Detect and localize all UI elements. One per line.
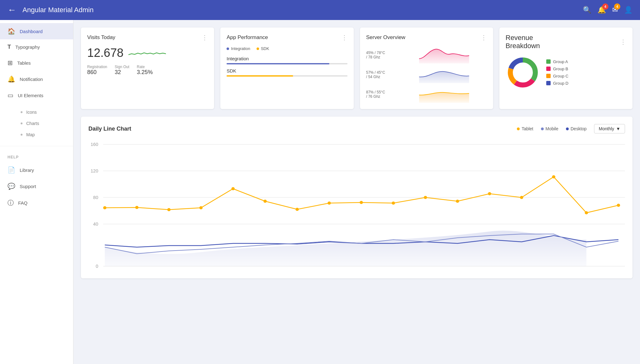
- server-overview-card: Server Overview ⋮ 45% / 78°C/ 78 Ghz: [360, 27, 493, 109]
- notification-icon: 🔔: [8, 75, 15, 83]
- notifications-badge: 4: [602, 3, 608, 10]
- registration-label: Registration: [87, 65, 107, 69]
- legend-tablet: Tablet: [517, 126, 533, 131]
- legend-group-b: Group B: [546, 67, 568, 71]
- ap-legend-sdk-label: SDK: [261, 46, 269, 51]
- sidebar-label-typography: Typography: [15, 44, 40, 50]
- revenue-content: Group A Group B Group C Group D: [506, 55, 626, 90]
- legend-label-d: Group D: [553, 81, 568, 86]
- sidebar-label-dashboard: Dashboard: [20, 29, 42, 34]
- server-label-1: 45% / 78°C/ 78 Ghz: [366, 51, 398, 59]
- server-card-header: Server Overview ⋮: [366, 34, 487, 41]
- sidebar-label-notification: Notification: [20, 77, 43, 82]
- ap-sdk-track: [227, 75, 347, 77]
- mobile-dot: [541, 127, 544, 130]
- server-menu-icon[interactable]: ⋮: [481, 34, 487, 41]
- desktop-dot: [566, 127, 569, 130]
- ui-elements-icon: ▭: [8, 92, 13, 99]
- registration-value: 860: [87, 69, 107, 76]
- sidebar-label-faq: FAQ: [18, 200, 28, 206]
- ap-card-header: App Performance ⋮: [227, 34, 347, 41]
- sidebar-item-tables[interactable]: ⊞ Tables: [0, 55, 73, 71]
- revenue-titles: Revenue Breakdown: [506, 34, 540, 50]
- sidebar-item-map[interactable]: Map: [16, 129, 73, 140]
- topbar: ← Angular Material Admin 🔍 🔔 4 ✉ 4 👤: [0, 0, 640, 20]
- notifications-icon-wrap[interactable]: 🔔 4: [598, 6, 606, 14]
- tablet-dot-6: [263, 200, 267, 203]
- search-icon[interactable]: 🔍: [583, 6, 591, 14]
- tablet-dot-16: [585, 211, 588, 214]
- sidebar-item-support[interactable]: 💬 Support: [0, 178, 73, 194]
- sidebar-item-typography[interactable]: T Typography: [0, 39, 73, 55]
- server-title: Server Overview: [366, 34, 406, 41]
- sidebar-submenu: Icons Charts Map: [0, 103, 73, 143]
- ap-integration-label: Integration: [227, 56, 347, 61]
- sign-out-stat: Sign Out 32: [115, 65, 129, 76]
- revenue-menu-icon[interactable]: ⋮: [620, 38, 626, 46]
- help-section-label: HELP: [0, 149, 73, 162]
- tables-icon: ⊞: [8, 59, 13, 67]
- sidebar-item-icons[interactable]: Icons: [16, 107, 73, 118]
- tablet-label: Tablet: [522, 126, 533, 131]
- mail-badge: 4: [614, 3, 620, 10]
- sign-out-label: Sign Out: [115, 65, 129, 69]
- legend-group-d: Group D: [546, 81, 568, 86]
- monthly-dropdown[interactable]: Monthly ▼: [594, 124, 625, 133]
- chart-title: Daily Line Chart: [88, 126, 131, 132]
- visits-stats: Registration 860 Sign Out 32 Rate 3.25%: [87, 65, 208, 76]
- legend-group-a: Group A: [546, 59, 568, 64]
- svg-text:120: 120: [91, 168, 98, 173]
- visits-today-card: Visits Today ⋮ 12.678 Registration 860 S: [81, 27, 214, 109]
- layout: 🏠 Dashboard T Typography ⊞ Tables 🔔 Noti…: [0, 0, 640, 364]
- registration-stat: Registration 860: [87, 65, 107, 76]
- sidebar-label-library: Library: [20, 167, 34, 173]
- mail-icon-wrap[interactable]: ✉ 4: [612, 6, 618, 14]
- revenue-breakdown-card: Revenue Breakdown ⋮: [499, 27, 632, 109]
- sidebar-label-icons: Icons: [26, 110, 37, 115]
- faq-icon: ⓘ: [8, 199, 14, 207]
- user-icon[interactable]: 👤: [624, 6, 632, 14]
- ap-menu-icon[interactable]: ⋮: [341, 34, 348, 41]
- svg-text:80: 80: [93, 195, 98, 200]
- tablet-dot-5: [232, 187, 235, 190]
- legend-color-d: [546, 81, 551, 85]
- tablet-dot-15: [552, 175, 555, 178]
- mobile-area: [105, 231, 586, 266]
- home-icon: 🏠: [8, 27, 15, 35]
- sidebar-item-ui-elements[interactable]: ▭ UI Elements: [0, 87, 73, 103]
- visits-title: Visits Today: [87, 34, 115, 41]
- server-row-1: 45% / 78°C/ 78 Ghz: [366, 46, 487, 63]
- visits-menu-icon[interactable]: ⋮: [202, 34, 208, 41]
- ap-integration-fill: [227, 63, 329, 64]
- tablet-dot-14: [520, 196, 523, 199]
- sidebar-item-notification[interactable]: 🔔 Notification: [0, 71, 73, 87]
- visits-card-header: Visits Today ⋮: [87, 34, 208, 41]
- server-chart-2: [401, 66, 487, 83]
- legend-label-a: Group A: [553, 59, 568, 64]
- sidebar-label-map: Map: [26, 132, 35, 137]
- back-button[interactable]: ←: [8, 5, 16, 15]
- sidebar-item-charts[interactable]: Charts: [16, 118, 73, 129]
- line-chart-svg: 160 120 80 40 0: [88, 140, 625, 271]
- sidebar-item-faq[interactable]: ⓘ FAQ: [0, 194, 73, 212]
- mobile-label: Mobile: [546, 126, 558, 131]
- sidebar-divider: [0, 146, 73, 146]
- chart-area: 160 120 80 40 0: [88, 140, 625, 271]
- server-row-3: 87% / 55°C/ 76 Ghz: [366, 86, 487, 103]
- tablet-dot-4: [199, 206, 202, 209]
- sidebar-item-dashboard[interactable]: 🏠 Dashboard: [0, 23, 73, 39]
- legend-color-b: [546, 67, 551, 71]
- line-chart-card: Daily Line Chart Tablet Mobile Desktop: [81, 117, 632, 278]
- sidebar-item-library[interactable]: 📄 Library: [0, 162, 73, 178]
- typography-icon: T: [8, 44, 11, 50]
- svg-text:40: 40: [93, 222, 98, 227]
- ap-legend-integration: Integration: [227, 46, 250, 51]
- library-icon: 📄: [8, 166, 15, 174]
- ap-sdk-label: SDK: [227, 68, 347, 73]
- tablet-dot-12: [456, 200, 459, 203]
- sign-out-value: 32: [115, 69, 129, 76]
- tablet-dot-11: [424, 196, 427, 199]
- tablet-dot-9: [360, 201, 363, 204]
- tablet-dot-17: [617, 204, 620, 207]
- donut-chart: [506, 55, 540, 90]
